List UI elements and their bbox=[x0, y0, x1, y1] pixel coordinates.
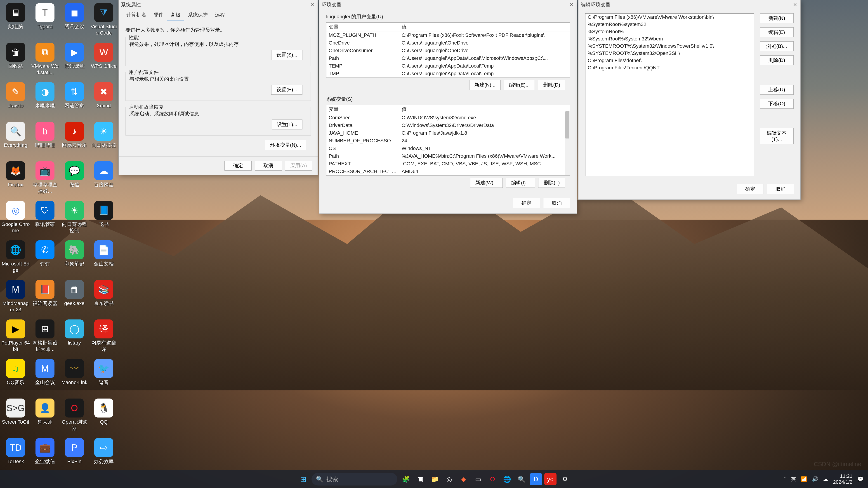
taskbar-explorer-icon[interactable]: 📁 bbox=[429, 473, 441, 485]
edit-i-button[interactable]: 编辑(I)... bbox=[506, 178, 535, 188]
wifi-icon[interactable]: 📶 bbox=[801, 476, 807, 482]
close-icon[interactable]: ✕ bbox=[309, 2, 315, 8]
table-row[interactable]: PROCESSOR_ARCHITECTUREAMD64 bbox=[327, 168, 569, 175]
tab-0[interactable]: 计算机名 bbox=[123, 9, 150, 21]
desktop-icon[interactable]: 📚京东读书 bbox=[89, 279, 119, 318]
sys-vars-list[interactable]: 变量 值 ComSpecC:\WINDOWS\system32\cmd.exeD… bbox=[326, 105, 570, 175]
new-button[interactable]: 新建(N) bbox=[760, 13, 794, 23]
desktop-icon[interactable]: ▶PotPlayer 64 bit bbox=[1, 318, 30, 358]
close-icon[interactable]: ✕ bbox=[792, 2, 798, 8]
ok-button[interactable]: 确定 bbox=[737, 184, 764, 194]
desktop-icon[interactable]: ⧉VMware Workstati... bbox=[30, 41, 60, 81]
close-icon[interactable]: ✕ bbox=[568, 2, 575, 8]
taskbar-copilot-icon[interactable]: 🧩 bbox=[400, 473, 412, 485]
desktop-icon[interactable]: 🌐Microsoft Edge bbox=[1, 239, 30, 279]
list-item[interactable]: %SYSTEMROOT%\System32\WindowsPowerShell\… bbox=[585, 42, 754, 50]
scrollbar-thumb[interactable] bbox=[565, 111, 569, 138]
taskbar-settings-icon[interactable]: ⚙ bbox=[559, 473, 571, 485]
user-vars-list[interactable]: 变量 值 MOZ_PLUGIN_PATHC:\Program Files (x8… bbox=[326, 22, 570, 78]
ok-button[interactable]: 确定 bbox=[224, 161, 252, 170]
taskbar-everything-icon[interactable]: 🔍 bbox=[515, 473, 528, 485]
tab-4[interactable]: 远程 bbox=[211, 9, 228, 21]
table-row[interactable]: NUMBER_OF_PROCESSORS24 bbox=[327, 137, 569, 144]
desktop-icon[interactable]: b哔哩哔哩 bbox=[30, 121, 60, 160]
desktop-icon[interactable]: ☀向日葵远程控制 bbox=[60, 199, 89, 239]
table-row[interactable]: PathC:\Users\liuguanglei\AppData\Local\M… bbox=[327, 55, 569, 62]
delete-l-button[interactable]: 删除(L) bbox=[538, 178, 565, 188]
browse-button[interactable]: 浏览(B)... bbox=[760, 41, 794, 51]
desktop-icon[interactable]: 🗑geek.exe bbox=[60, 279, 89, 318]
desktop-icon[interactable]: 📕福昕阅读器 bbox=[30, 279, 60, 318]
taskbar-youdao-icon[interactable]: yd bbox=[544, 473, 557, 485]
desktop-icon[interactable]: M金山会议 bbox=[30, 358, 60, 397]
list-item[interactable]: C:\Program Files\dotnet\ bbox=[585, 57, 754, 64]
new-n-button[interactable]: 新建(N)... bbox=[469, 80, 501, 90]
desktop-icon[interactable]: 🐘印象笔记 bbox=[60, 239, 89, 279]
delete-button[interactable]: 删除(D) bbox=[760, 55, 794, 65]
ime-indicator[interactable]: 英 bbox=[791, 476, 796, 483]
taskbar-opera-icon[interactable]: O bbox=[487, 473, 499, 485]
settings-e-button[interactable]: 设置(E)... bbox=[271, 85, 303, 95]
desktop-icon[interactable]: ◑米哩米哩 bbox=[30, 81, 60, 121]
volume-icon[interactable]: 🔊 bbox=[812, 476, 818, 482]
taskbar-app-icon[interactable]: ▭ bbox=[472, 473, 484, 485]
table-row[interactable]: JAVA_HOMEC:\Program Files\Java\jdk-1.8 bbox=[327, 129, 569, 137]
list-item[interactable]: %SystemRoot%\system32 bbox=[585, 21, 754, 28]
list-item[interactable]: %SystemRoot%\System32\Wbem bbox=[585, 35, 754, 42]
tray-chevron-icon[interactable]: ˄ bbox=[783, 476, 786, 482]
desktop-icon[interactable]: 译网易有道翻译 bbox=[89, 318, 119, 358]
desktop-icon[interactable]: 🦊Firefox bbox=[1, 160, 30, 199]
desktop-icon[interactable]: ⧩Visual Studio Code bbox=[89, 2, 119, 41]
desktop-icon[interactable]: ◎Google Chrome bbox=[1, 199, 30, 239]
ok-button[interactable]: 确定 bbox=[513, 198, 540, 208]
edit-button[interactable]: 编辑(E) bbox=[760, 27, 794, 37]
move-down-button[interactable]: 下移(O) bbox=[760, 99, 794, 109]
list-item[interactable]: %SYSTEMROOT%\System32\OpenSSH\ bbox=[585, 50, 754, 57]
table-row[interactable]: OSWindows_NT bbox=[327, 144, 569, 152]
desktop-icon[interactable]: ◯listary bbox=[60, 318, 89, 358]
desktop-icon[interactable]: TTypora bbox=[30, 2, 60, 41]
desktop-icon[interactable]: ☀向日葵控控 bbox=[89, 121, 119, 160]
table-row[interactable]: TEMPC:\Users\liuguanglei\AppData\Local\T… bbox=[327, 62, 569, 70]
tab-2[interactable]: 高级 bbox=[167, 9, 184, 21]
edit-e-button[interactable]: 编辑(E)... bbox=[504, 80, 535, 90]
titlebar[interactable]: 环境变量 ✕ bbox=[319, 0, 577, 9]
settings-t-button[interactable]: 设置(T)... bbox=[272, 120, 303, 129]
desktop-icon[interactable]: ♪网易云音乐 bbox=[60, 121, 89, 160]
taskbar-taskview-icon[interactable]: ▣ bbox=[414, 473, 426, 485]
desktop-icon[interactable]: 🐦逗音 bbox=[89, 358, 119, 397]
desktop-icon[interactable]: ✆钉钉 bbox=[30, 239, 60, 279]
env-vars-button[interactable]: 环境变量(N)... bbox=[265, 140, 306, 150]
table-row[interactable]: MOZ_PLUGIN_PATHC:\Program Files (x86)\Fo… bbox=[327, 31, 569, 39]
desktop-icon[interactable]: 📺哔哩哔哩直播姬... bbox=[30, 160, 60, 199]
titlebar[interactable]: 系统属性 ✕ bbox=[119, 0, 318, 9]
table-row[interactable]: TMPC:\Users\liuguanglei\AppData\Local\Te… bbox=[327, 70, 569, 77]
cancel-button[interactable]: 取消 bbox=[767, 184, 794, 194]
desktop-icon[interactable]: 📄金山文档 bbox=[89, 239, 119, 279]
new-w-button[interactable]: 新建(W)... bbox=[470, 178, 503, 188]
desktop-icon[interactable]: 🐧QQ bbox=[89, 397, 119, 437]
desktop-icon[interactable]: WWPS Office bbox=[89, 41, 119, 81]
desktop-icon[interactable]: 〰Maono-Link bbox=[60, 358, 89, 397]
list-item[interactable]: C:\Program Files\Tencent\QQNT bbox=[585, 64, 754, 71]
taskbar-app-icon[interactable]: D bbox=[530, 473, 542, 485]
list-item[interactable]: C:\Program Files (x86)\VMware\VMware Wor… bbox=[585, 13, 754, 21]
notification-icon[interactable]: 💬 bbox=[857, 476, 864, 482]
desktop-icon[interactable]: 💬微信 bbox=[60, 160, 89, 199]
clock[interactable]: 11:21 2024/1/2 bbox=[833, 473, 852, 485]
table-row[interactable]: OneDriveC:\Users\liuguanglei\OneDrive bbox=[327, 39, 569, 47]
cloud-icon[interactable]: ☁ bbox=[823, 476, 828, 482]
titlebar[interactable]: 编辑环境变量 ✕ bbox=[579, 0, 800, 9]
list-item[interactable]: %SystemRoot% bbox=[585, 28, 754, 35]
taskbar-edge-icon[interactable]: 🌐 bbox=[501, 473, 513, 485]
delete-d-button[interactable]: 删除(D) bbox=[538, 80, 565, 90]
desktop-icon[interactable]: 🖥此电脑 bbox=[1, 2, 30, 41]
desktop-icon[interactable]: ☁百度网盘 bbox=[89, 160, 119, 199]
desktop-icon[interactable]: ✎draw.io bbox=[1, 81, 30, 121]
desktop-icon[interactable]: 🔍Everything bbox=[1, 121, 30, 160]
desktop-icon[interactable]: 👤鲁大师 bbox=[30, 397, 60, 437]
desktop-icon[interactable]: ✖Xmind bbox=[89, 81, 119, 121]
desktop-icon[interactable]: ⇅网速管家 bbox=[60, 81, 89, 121]
scrollbar[interactable] bbox=[565, 111, 569, 175]
desktop-icon[interactable]: 🛡腾讯管家 bbox=[30, 199, 60, 239]
